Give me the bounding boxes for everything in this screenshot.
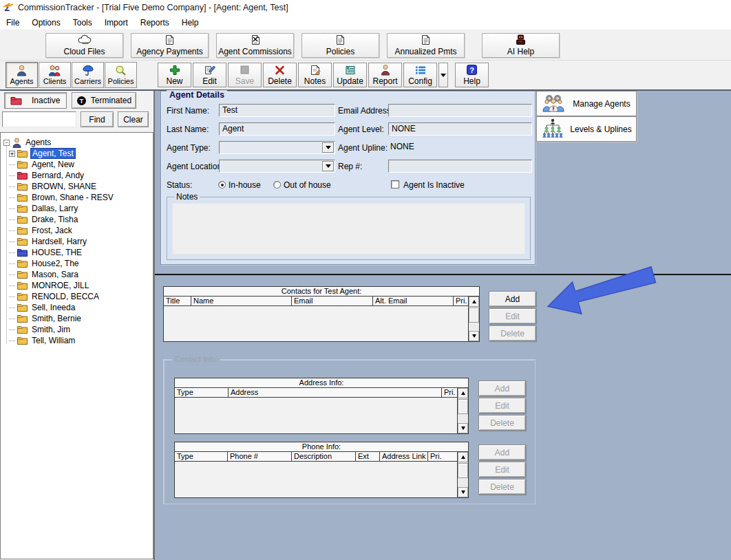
chevron-down-icon[interactable]	[322, 142, 334, 153]
tree-item[interactable]: Sell, Ineeda	[9, 302, 151, 313]
column-header[interactable]: Description	[292, 452, 356, 461]
tree-item[interactable]: RENOLD, BECCA	[9, 291, 151, 302]
edit-button[interactable]: Edit	[478, 398, 526, 413]
scroll-thumb[interactable]	[458, 399, 468, 414]
rep-number-field[interactable]	[388, 160, 532, 173]
delete-button[interactable]: Delete	[489, 325, 536, 341]
menu-reports[interactable]: Reports	[134, 16, 176, 30]
scroll-thumb[interactable]	[458, 463, 468, 478]
tree-item[interactable]: Smith, Bernie	[9, 313, 151, 324]
tree-item[interactable]: Agent, New	[9, 159, 151, 170]
menu-help[interactable]: Help	[176, 16, 205, 30]
inactive-filter-button[interactable]: Inactive	[4, 92, 67, 109]
column-header[interactable]: Title	[164, 297, 191, 305]
menu-file[interactable]: File	[0, 16, 25, 30]
tree-item[interactable]: House2, The	[9, 258, 151, 269]
delete-button[interactable]: Delete	[263, 63, 297, 87]
address-scrollbar[interactable]	[457, 388, 468, 433]
help-button[interactable]: ? Help	[455, 63, 489, 87]
tree-item[interactable]: Hardsell, Harry	[9, 236, 151, 247]
notes-textarea[interactable]	[172, 203, 525, 255]
column-header[interactable]: Name	[191, 297, 292, 305]
in-house-radio[interactable]	[218, 181, 226, 189]
policies-button[interactable]: Policies	[301, 33, 379, 58]
levels-uplines-button[interactable]: Levels & Uplines	[536, 116, 637, 142]
column-header[interactable]: Pri.	[428, 452, 457, 461]
tree-item[interactable]: + Agent, Test	[9, 148, 151, 159]
clear-button[interactable]: Clear	[118, 111, 149, 127]
scroll-down-icon[interactable]	[458, 423, 468, 433]
column-header[interactable]: Ext	[356, 452, 380, 461]
column-header[interactable]: Phone #	[228, 452, 292, 461]
email-field[interactable]	[388, 104, 532, 117]
column-header[interactable]: Type	[175, 452, 228, 461]
ai-help-button[interactable]: AI Help	[482, 33, 560, 58]
delete-button[interactable]: Delete	[478, 415, 526, 431]
agent-location-dropdown[interactable]	[219, 160, 335, 173]
menu-tools[interactable]: Tools	[67, 16, 98, 30]
scroll-up-icon[interactable]	[458, 388, 468, 398]
manage-agents-button[interactable]: Manage Agents	[536, 91, 637, 116]
tree-item[interactable]: BROWN, SHANE	[9, 181, 151, 192]
tree-item[interactable]: HOUSE, THE	[9, 247, 151, 258]
find-button[interactable]: Find	[81, 111, 114, 127]
tab-agents[interactable]: Agents	[6, 62, 38, 88]
column-header[interactable]: Alt. Email	[373, 297, 454, 305]
config-button[interactable]: Config	[403, 63, 437, 87]
phone-scrollbar[interactable]	[457, 452, 468, 497]
new-button[interactable]: New	[158, 63, 191, 87]
menu-options[interactable]: Options	[25, 16, 66, 30]
edit-button[interactable]: Edit	[193, 63, 226, 87]
tree-root-row[interactable]: - Agents	[3, 137, 151, 148]
tree-item[interactable]: Mason, Sara	[9, 269, 151, 280]
annualized-pmts-button[interactable]: Annualized Pmts	[387, 33, 465, 58]
tree-item[interactable]: MONROE, JILL	[9, 280, 151, 291]
menu-import[interactable]: Import	[98, 16, 134, 30]
edit-button[interactable]: Edit	[489, 308, 536, 324]
tree-item[interactable]: Brown, Shane - RESV	[9, 192, 151, 203]
notes-button[interactable]: Notes	[298, 63, 332, 87]
last-name-field[interactable]: Agent	[219, 122, 335, 136]
tab-policies[interactable]: Policies	[105, 62, 137, 88]
out-of-house-radio[interactable]	[273, 181, 281, 189]
column-header[interactable]: Address Link	[380, 452, 428, 461]
column-header[interactable]: Pri.	[454, 297, 468, 305]
column-header[interactable]: Email	[292, 297, 373, 305]
column-header[interactable]: Address	[229, 388, 442, 397]
terminated-filter-button[interactable]: T Terminated	[72, 92, 136, 109]
tree-item[interactable]: Tell, William	[9, 335, 151, 346]
tree-expander-icon[interactable]: +	[9, 151, 15, 157]
agent-inactive-checkbox[interactable]	[391, 180, 399, 189]
tree-item[interactable]: Dallas, Larry	[9, 203, 151, 214]
tab-clients[interactable]: Clients	[39, 62, 71, 88]
cloud-files-button[interactable]: Cloud Files	[45, 33, 123, 58]
config-dropdown-button[interactable]	[438, 63, 448, 87]
tree-item[interactable]: Frost, Jack	[9, 225, 151, 236]
scroll-up-icon[interactable]	[469, 297, 479, 307]
agent-search-input[interactable]	[2, 111, 76, 127]
edit-button[interactable]: Edit	[478, 462, 526, 477]
scroll-down-icon[interactable]	[458, 487, 468, 497]
add-button[interactable]: Add	[489, 291, 536, 307]
report-button[interactable]: Report	[368, 63, 402, 87]
delete-button[interactable]: Delete	[478, 479, 526, 495]
first-name-field[interactable]: Test	[219, 104, 335, 117]
add-button[interactable]: Add	[478, 380, 526, 396]
agent-type-dropdown[interactable]	[219, 141, 335, 154]
contacts-scrollbar[interactable]	[468, 297, 479, 341]
column-header[interactable]: Type	[175, 388, 229, 397]
chevron-down-icon[interactable]	[322, 161, 334, 171]
tree-item[interactable]: Smith, Jim	[9, 324, 151, 335]
save-button[interactable]: Save	[228, 63, 262, 87]
agency-payments-button[interactable]: Agency Payments	[131, 33, 209, 58]
column-header[interactable]: Pri.	[442, 388, 457, 397]
scroll-thumb[interactable]	[469, 308, 479, 323]
tree-item[interactable]: Drake, Tisha	[9, 214, 151, 225]
add-button[interactable]: Add	[478, 444, 526, 460]
tab-carriers[interactable]: Carriers	[72, 62, 104, 88]
scroll-down-icon[interactable]	[469, 331, 479, 341]
scroll-up-icon[interactable]	[458, 452, 468, 462]
tree-item[interactable]: Bernard, Andy	[9, 170, 151, 181]
agent-commissions-button[interactable]: Agent Commissions	[216, 33, 294, 58]
update-button[interactable]: Update	[333, 63, 367, 87]
